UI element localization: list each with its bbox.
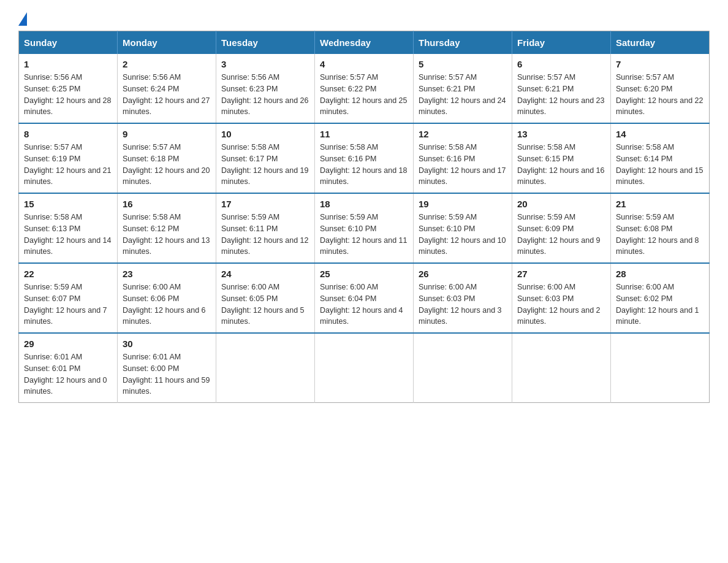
calendar-cell: 13 Sunrise: 5:58 AMSunset: 6:15 PMDaylig… [512,123,611,193]
calendar-cell: 25 Sunrise: 6:00 AMSunset: 6:04 PMDaylig… [315,263,414,333]
weekday-header-wednesday: Wednesday [315,31,414,55]
day-info: Sunrise: 5:58 AMSunset: 6:16 PMDaylight:… [419,142,507,188]
day-number: 20 [517,199,605,209]
calendar-cell: 28 Sunrise: 6:00 AMSunset: 6:02 PMDaylig… [611,263,710,333]
day-number: 18 [320,199,408,209]
day-number: 15 [24,199,112,209]
day-info: Sunrise: 6:00 AMSunset: 6:03 PMDaylight:… [419,282,507,327]
calendar-cell: 10 Sunrise: 5:58 AMSunset: 6:17 PMDaylig… [216,123,315,193]
day-info: Sunrise: 6:00 AMSunset: 6:04 PMDaylight:… [320,282,408,327]
calendar-cell: 6 Sunrise: 5:57 AMSunset: 6:21 PMDayligh… [512,54,611,123]
day-info: Sunrise: 5:57 AMSunset: 6:19 PMDaylight:… [24,142,112,188]
day-number: 5 [419,59,507,69]
calendar-cell: 15 Sunrise: 5:58 AMSunset: 6:13 PMDaylig… [19,193,118,263]
day-number: 4 [320,59,408,69]
day-info: Sunrise: 5:58 AMSunset: 6:14 PMDaylight:… [616,142,704,188]
day-info: Sunrise: 6:01 AMSunset: 6:01 PMDaylight:… [24,351,112,397]
week-row-4: 22 Sunrise: 5:59 AMSunset: 6:07 PMDaylig… [19,263,710,333]
day-number: 27 [517,269,605,279]
calendar-cell: 27 Sunrise: 6:00 AMSunset: 6:03 PMDaylig… [512,263,611,333]
calendar-cell [512,333,611,403]
calendar-cell: 21 Sunrise: 5:59 AMSunset: 6:08 PMDaylig… [611,193,710,263]
calendar-cell: 22 Sunrise: 5:59 AMSunset: 6:07 PMDaylig… [19,263,118,333]
day-number: 7 [616,59,704,69]
day-number: 12 [419,129,507,139]
weekday-header-row: SundayMondayTuesdayWednesdayThursdayFrid… [19,31,710,55]
calendar-cell: 5 Sunrise: 5:57 AMSunset: 6:21 PMDayligh… [414,54,512,123]
week-row-5: 29 Sunrise: 6:01 AMSunset: 6:01 PMDaylig… [19,333,710,403]
weekday-header-thursday: Thursday [414,31,512,55]
day-info: Sunrise: 5:59 AMSunset: 6:09 PMDaylight:… [517,212,605,258]
day-number: 6 [517,59,605,69]
calendar-cell: 12 Sunrise: 5:58 AMSunset: 6:16 PMDaylig… [414,123,512,193]
day-info: Sunrise: 6:00 AMSunset: 6:05 PMDaylight:… [221,282,309,327]
day-info: Sunrise: 5:57 AMSunset: 6:18 PMDaylight:… [123,142,211,188]
day-info: Sunrise: 5:58 AMSunset: 6:12 PMDaylight:… [123,212,211,258]
day-number: 1 [24,59,112,69]
calendar-cell: 2 Sunrise: 5:56 AMSunset: 6:24 PMDayligh… [118,54,216,123]
weekday-header-monday: Monday [118,31,216,55]
calendar-cell: 17 Sunrise: 5:59 AMSunset: 6:11 PMDaylig… [216,193,315,263]
day-info: Sunrise: 5:56 AMSunset: 6:25 PMDaylight:… [24,72,112,118]
day-number: 29 [24,339,112,349]
day-number: 22 [24,269,112,279]
day-info: Sunrise: 5:58 AMSunset: 6:17 PMDaylight:… [221,142,309,188]
calendar-table: SundayMondayTuesdayWednesdayThursdayFrid… [18,31,710,403]
day-info: Sunrise: 5:57 AMSunset: 6:21 PMDaylight:… [419,72,507,118]
page-header [18,12,710,23]
calendar-cell: 7 Sunrise: 5:57 AMSunset: 6:20 PMDayligh… [611,54,710,123]
day-number: 17 [221,199,309,209]
day-info: Sunrise: 5:59 AMSunset: 6:07 PMDaylight:… [24,282,112,327]
calendar-cell: 29 Sunrise: 6:01 AMSunset: 6:01 PMDaylig… [19,333,118,403]
day-info: Sunrise: 5:57 AMSunset: 6:21 PMDaylight:… [517,72,605,118]
day-info: Sunrise: 6:00 AMSunset: 6:06 PMDaylight:… [123,282,211,327]
day-number: 8 [24,129,112,139]
day-info: Sunrise: 5:59 AMSunset: 6:10 PMDaylight:… [419,212,507,258]
calendar-cell: 16 Sunrise: 5:58 AMSunset: 6:12 PMDaylig… [118,193,216,263]
calendar-cell: 20 Sunrise: 5:59 AMSunset: 6:09 PMDaylig… [512,193,611,263]
day-number: 14 [616,129,704,139]
calendar-cell [315,333,414,403]
day-info: Sunrise: 5:58 AMSunset: 6:13 PMDaylight:… [24,212,112,258]
day-info: Sunrise: 5:57 AMSunset: 6:20 PMDaylight:… [616,72,704,118]
week-row-2: 8 Sunrise: 5:57 AMSunset: 6:19 PMDayligh… [19,123,710,193]
day-number: 24 [221,269,309,279]
calendar-cell: 9 Sunrise: 5:57 AMSunset: 6:18 PMDayligh… [118,123,216,193]
day-number: 16 [123,199,211,209]
calendar-cell: 4 Sunrise: 5:57 AMSunset: 6:22 PMDayligh… [315,54,414,123]
day-info: Sunrise: 6:00 AMSunset: 6:02 PMDaylight:… [616,282,704,327]
day-number: 28 [616,269,704,279]
calendar-cell: 18 Sunrise: 5:59 AMSunset: 6:10 PMDaylig… [315,193,414,263]
day-number: 2 [123,59,211,69]
day-info: Sunrise: 5:56 AMSunset: 6:24 PMDaylight:… [123,72,211,118]
calendar-cell: 19 Sunrise: 5:59 AMSunset: 6:10 PMDaylig… [414,193,512,263]
day-info: Sunrise: 5:56 AMSunset: 6:23 PMDaylight:… [221,72,309,118]
day-number: 26 [419,269,507,279]
calendar-cell: 24 Sunrise: 6:00 AMSunset: 6:05 PMDaylig… [216,263,315,333]
calendar-cell: 30 Sunrise: 6:01 AMSunset: 6:00 PMDaylig… [118,333,216,403]
day-number: 10 [221,129,309,139]
day-number: 21 [616,199,704,209]
day-number: 13 [517,129,605,139]
day-info: Sunrise: 5:59 AMSunset: 6:08 PMDaylight:… [616,212,704,258]
day-number: 9 [123,129,211,139]
calendar-cell: 14 Sunrise: 5:58 AMSunset: 6:14 PMDaylig… [611,123,710,193]
weekday-header-saturday: Saturday [611,31,710,55]
calendar-cell: 1 Sunrise: 5:56 AMSunset: 6:25 PMDayligh… [19,54,118,123]
logo [18,12,27,23]
calendar-cell: 26 Sunrise: 6:00 AMSunset: 6:03 PMDaylig… [414,263,512,333]
day-number: 3 [221,59,309,69]
day-info: Sunrise: 6:00 AMSunset: 6:03 PMDaylight:… [517,282,605,327]
calendar-cell [216,333,315,403]
calendar-cell [414,333,512,403]
calendar-cell: 8 Sunrise: 5:57 AMSunset: 6:19 PMDayligh… [19,123,118,193]
logo-triangle-icon [18,12,27,26]
calendar-cell: 11 Sunrise: 5:58 AMSunset: 6:16 PMDaylig… [315,123,414,193]
day-number: 30 [123,339,211,349]
day-number: 25 [320,269,408,279]
week-row-3: 15 Sunrise: 5:58 AMSunset: 6:13 PMDaylig… [19,193,710,263]
day-info: Sunrise: 5:59 AMSunset: 6:10 PMDaylight:… [320,212,408,258]
calendar-cell: 23 Sunrise: 6:00 AMSunset: 6:06 PMDaylig… [118,263,216,333]
day-info: Sunrise: 5:57 AMSunset: 6:22 PMDaylight:… [320,72,408,118]
weekday-header-friday: Friday [512,31,611,55]
